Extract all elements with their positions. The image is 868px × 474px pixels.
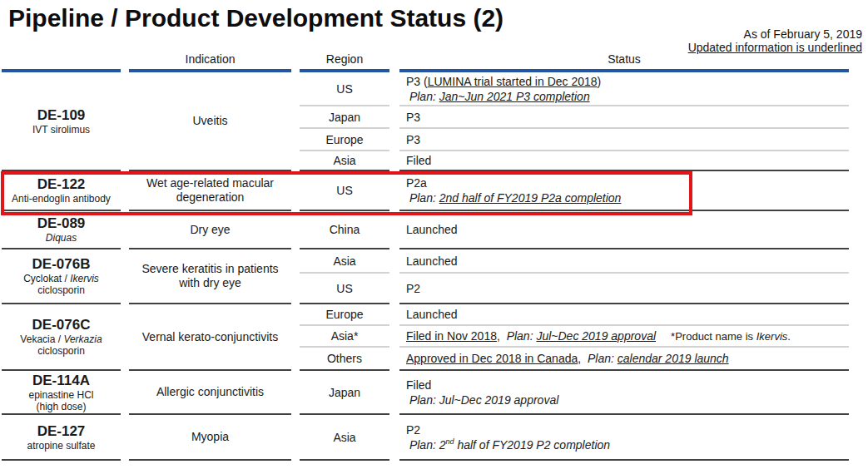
text-segment: . bbox=[787, 330, 791, 343]
status-line: P2a bbox=[406, 175, 847, 190]
product-subname: Cyclokat / Ikervis bbox=[2, 273, 121, 284]
product-subname: ciclosporin bbox=[2, 345, 121, 357]
header-indication: Indication bbox=[129, 45, 291, 71]
text-segment: ciclosporin bbox=[37, 345, 85, 357]
status-cell: Filed bbox=[399, 151, 849, 170]
column-gap bbox=[291, 71, 300, 170]
status-line: P3 bbox=[406, 132, 847, 147]
column-gap bbox=[389, 304, 399, 325]
column-gap bbox=[291, 414, 300, 460]
status-cell: Filed in Nov 2018, Plan: Jul~Dec 2019 ap… bbox=[399, 325, 849, 347]
table-row: DE-076BCyclokat / IkervisciclosporinSeve… bbox=[2, 249, 849, 273]
as-of-date: As of February 5, 2019 bbox=[688, 27, 862, 41]
text-segment: Anti-endoglin antibody bbox=[12, 193, 111, 205]
product-code: DE-076C bbox=[2, 317, 121, 333]
text-segment: Ikervis bbox=[70, 273, 99, 284]
column-gap bbox=[389, 128, 399, 151]
table-row: DE-089DiquasDry eyeChinaLaunched bbox=[2, 210, 849, 249]
product-subname: ciclosporin bbox=[2, 284, 121, 296]
indication-cell: Dry eye bbox=[129, 210, 291, 249]
product-code: DE-076B bbox=[2, 256, 121, 273]
column-gap bbox=[121, 71, 129, 170]
column-gap bbox=[389, 151, 399, 170]
status-cell: P3 bbox=[399, 106, 849, 128]
page-title: Pipeline / Product Development Status (2… bbox=[8, 4, 503, 32]
status-cell: Filed Plan: Jul~Dec 2019 approval bbox=[399, 370, 849, 414]
region-cell: Asia bbox=[300, 414, 389, 460]
status-line: Filed bbox=[406, 153, 847, 168]
text-segment: Approved in Dec 2018 in Canada bbox=[406, 352, 578, 365]
region-cell: Asia* bbox=[300, 325, 389, 347]
text-segment: P2 bbox=[406, 423, 420, 437]
text-segment: P3 bbox=[406, 111, 420, 124]
product-name-cell: DE-089Diquas bbox=[2, 210, 121, 249]
text-segment: Plan: bbox=[588, 352, 618, 365]
product-name-cell: DE-127atropine sulfate bbox=[2, 414, 121, 460]
column-gap bbox=[291, 249, 300, 304]
product-name-cell: DE-076CVekacia / Verkaziaciclosporin bbox=[2, 304, 121, 370]
column-gap bbox=[389, 273, 399, 304]
text-segment: Plan: bbox=[406, 90, 439, 103]
column-gap bbox=[389, 106, 399, 128]
text-segment: Plan: bbox=[507, 329, 537, 343]
text-segment: Filed in Nov 2018 bbox=[406, 329, 497, 343]
column-gap bbox=[121, 370, 129, 414]
status-line: P3 bbox=[406, 110, 847, 125]
text-segment bbox=[656, 330, 671, 343]
status-line: Approved in Dec 2018 in Canada, Plan: ca… bbox=[406, 351, 847, 366]
column-gap bbox=[389, 347, 399, 370]
status-cell: P2a Plan: 2nd half of FY2019 P2a complet… bbox=[399, 170, 849, 210]
product-subname: atropine sulfate bbox=[2, 440, 121, 452]
status-line: Plan: 2nd half of FY2019 P2 completion bbox=[406, 437, 847, 452]
text-segment: IVT sirolimus bbox=[32, 124, 90, 136]
status-line: Filed bbox=[406, 378, 847, 393]
product-subname: epinastine HCl bbox=[2, 389, 121, 401]
text-segment: epinastine HCl bbox=[28, 389, 93, 401]
region-cell: Japan bbox=[300, 370, 389, 414]
status-cell: P3 bbox=[399, 128, 849, 151]
text-segment: Cyclokat / bbox=[23, 273, 70, 284]
text-segment: atropine sulfate bbox=[27, 440, 95, 452]
text-segment: P2a bbox=[406, 176, 427, 190]
status-line: Plan: Jul~Dec 2019 approval bbox=[406, 393, 847, 407]
text-segment: ciclosporin bbox=[37, 284, 85, 296]
column-gap bbox=[121, 414, 129, 460]
status-cell: P3 (LUMINA trial started in Dec 2018) Pl… bbox=[399, 71, 849, 106]
slide-page: Pipeline / Product Development Status (2… bbox=[0, 0, 868, 474]
status-line: Launched bbox=[406, 254, 847, 269]
region-cell: US bbox=[300, 71, 389, 106]
column-gap bbox=[121, 304, 129, 370]
product-code: DE-127 bbox=[2, 423, 121, 440]
product-subname: Anti-endoglin antibody bbox=[2, 193, 121, 205]
status-line: Launched bbox=[406, 222, 847, 237]
column-gap bbox=[389, 414, 399, 460]
table-row: DE-109IVT sirolimusUveitisUSP3 (LUMINA t… bbox=[2, 71, 849, 106]
text-segment: P3 ( bbox=[406, 75, 428, 88]
status-line: P3 (LUMINA trial started in Dec 2018) bbox=[406, 74, 847, 89]
text-segment: Plan: 2 bbox=[406, 438, 445, 452]
product-code: DE-122 bbox=[2, 176, 121, 193]
product-name-cell: DE-109IVT sirolimus bbox=[2, 71, 121, 170]
table-row: DE-076CVekacia / VerkaziaciclosporinVern… bbox=[2, 304, 849, 325]
product-code: DE-089 bbox=[2, 215, 121, 232]
product-name-cell: DE-122Anti-endoglin antibody bbox=[2, 170, 121, 210]
text-segment: Vekacia / bbox=[20, 333, 63, 345]
text-segment: nd bbox=[445, 437, 454, 446]
region-cell: US bbox=[300, 273, 389, 304]
status-cell: Approved in Dec 2018 in Canada, Plan: ca… bbox=[399, 347, 849, 370]
column-gap bbox=[291, 170, 300, 210]
status-cell: Launched bbox=[399, 210, 849, 249]
status-line: Filed in Nov 2018, Plan: Jul~Dec 2019 ap… bbox=[406, 328, 847, 344]
region-cell: Europe bbox=[300, 128, 389, 151]
text-segment: LUMINA trial started in Dec 2018 bbox=[428, 75, 598, 88]
text-segment: Verkazia bbox=[63, 333, 102, 345]
text-segment: *Product name is bbox=[671, 330, 756, 343]
text-segment: Diquas bbox=[46, 232, 77, 244]
region-cell: Asia bbox=[300, 249, 389, 273]
header-region: Region bbox=[300, 45, 389, 71]
header-status: Status bbox=[399, 45, 849, 71]
region-cell: Europe bbox=[300, 304, 389, 325]
region-cell: China bbox=[300, 210, 389, 249]
text-segment: Jul~Dec 2019 approval bbox=[536, 329, 656, 343]
header-row: Indication Region Status bbox=[2, 45, 849, 71]
